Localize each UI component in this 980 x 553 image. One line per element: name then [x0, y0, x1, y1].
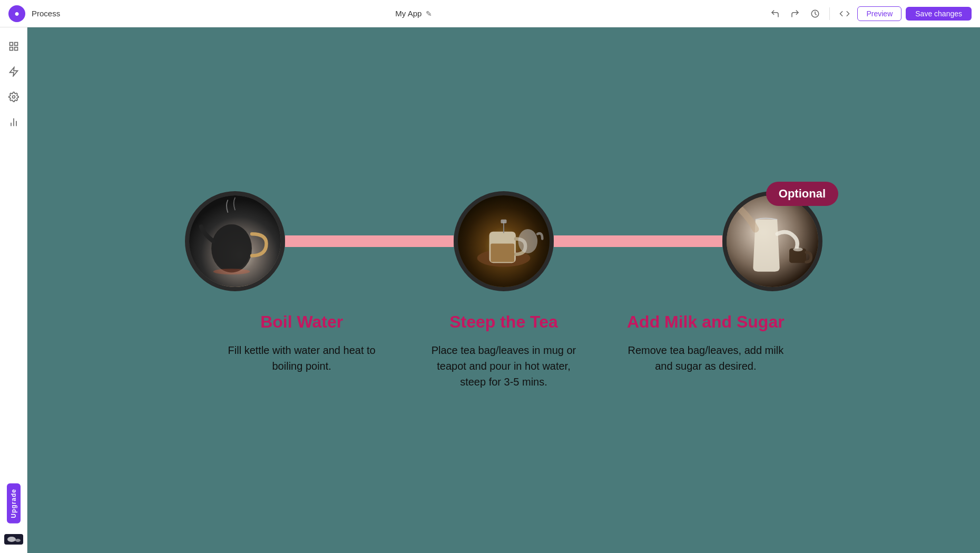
breadcrumb-label: Process [32, 9, 60, 18]
topbar-actions: Preview Save changes [767, 6, 972, 21]
step-desc-steep-tea: Place tea bag/leaves in mug or teapot an… [425, 342, 583, 390]
step-circle-boil-water [185, 191, 285, 291]
svg-rect-19 [491, 243, 514, 262]
step-circle-steep-tea [454, 191, 554, 291]
svg-rect-21 [501, 219, 507, 223]
main-layout: Upgrade [0, 27, 980, 553]
svg-rect-3 [9, 47, 13, 51]
code-button[interactable] [836, 7, 853, 21]
history-button[interactable] [807, 7, 823, 21]
divider [829, 7, 830, 20]
sidebar-item-settings[interactable] [3, 86, 24, 107]
upgrade-button[interactable]: Upgrade [7, 483, 21, 524]
optional-badge: Optional [766, 182, 838, 206]
topbar-center: My App ✎ [66, 9, 761, 18]
topbar: ● Process My App ✎ Preview Save changes [0, 0, 980, 27]
connector-1 [285, 235, 454, 247]
step-label-boil-water: Boil Water Fill kettle with water and he… [223, 312, 381, 390]
sidebar-brand-logo [4, 534, 23, 545]
app-logo[interactable]: ● [8, 5, 25, 22]
step-image-boil-water [185, 191, 285, 291]
process-container: Optional Boil Water Fill kettle with wat… [161, 160, 846, 421]
svg-point-13 [212, 224, 251, 270]
svg-point-9 [7, 537, 16, 542]
svg-rect-2 [14, 43, 17, 46]
sidebar-item-plugins[interactable] [3, 61, 24, 82]
step-circle-add-milk: Optional [722, 191, 822, 291]
app-name-label: My App [395, 9, 422, 18]
steps-row: Optional [182, 191, 825, 291]
step-title-add-milk: Add Milk and Sugar [627, 312, 785, 332]
labels-row: Boil Water Fill kettle with water and he… [201, 312, 807, 390]
svg-point-22 [518, 229, 537, 253]
svg-rect-4 [14, 47, 17, 51]
preview-button[interactable]: Preview [857, 6, 901, 21]
edit-app-name-icon[interactable]: ✎ [426, 9, 432, 18]
svg-point-25 [793, 247, 802, 251]
svg-point-14 [213, 269, 250, 274]
step-label-steep-tea: Steep the Tea Place tea bag/leaves in mu… [425, 312, 583, 390]
step-image-steep-tea [454, 191, 554, 291]
step-image-add-milk [722, 191, 822, 291]
svg-rect-1 [9, 43, 13, 46]
step-desc-boil-water: Fill kettle with water and heat to boili… [223, 342, 381, 374]
sidebar: Upgrade [0, 27, 27, 553]
step-label-add-milk: Add Milk and Sugar Remove tea bag/leaves… [626, 312, 785, 390]
svg-point-10 [15, 539, 21, 542]
svg-point-5 [12, 96, 15, 98]
step-title-steep-tea: Steep the Tea [449, 312, 558, 332]
save-changes-button[interactable]: Save changes [906, 7, 972, 21]
canvas-area: Optional Boil Water Fill kettle with wat… [27, 27, 980, 553]
undo-button[interactable] [767, 7, 783, 21]
connector-2 [554, 235, 722, 247]
logo-symbol: ● [14, 9, 19, 18]
sidebar-item-grid[interactable] [3, 36, 24, 57]
sidebar-item-analytics[interactable] [3, 112, 24, 133]
step-desc-add-milk: Remove tea bag/leaves, add milk and suga… [626, 342, 785, 374]
redo-button[interactable] [787, 7, 803, 21]
step-title-boil-water: Boil Water [260, 312, 343, 332]
